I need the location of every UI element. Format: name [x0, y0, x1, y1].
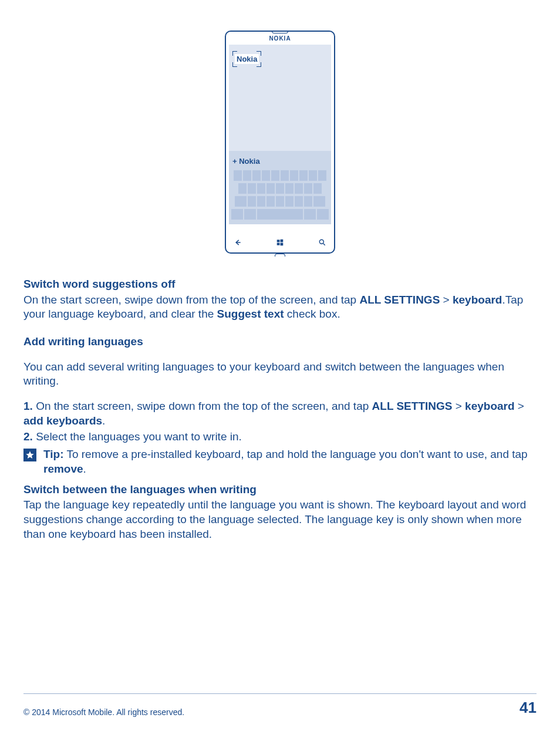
- document-body: Switch word suggestions off On the start…: [23, 277, 537, 541]
- svg-point-4: [319, 240, 323, 244]
- step-2: 2. Select the languages you want to writ…: [23, 430, 537, 444]
- svg-rect-3: [281, 242, 284, 245]
- windows-icon: [276, 238, 284, 248]
- para-add-languages-intro: You can add several writing languages to…: [23, 360, 537, 389]
- heading-switch-suggestions: Switch word suggestions off: [23, 277, 537, 292]
- keyboard-row-1: [231, 170, 329, 181]
- keyboard-row-3: [231, 196, 329, 207]
- phone-screen: Nokia + Nokia: [229, 45, 331, 224]
- search-icon: [318, 238, 326, 248]
- tip-text: Tip: To remove a pre-installed keyboard,…: [43, 447, 537, 476]
- phone-speaker: [272, 31, 288, 33]
- para-switch-languages: Tap the language key repeatedly until th…: [23, 498, 537, 541]
- tip-block: Tip: To remove a pre-installed keyboard,…: [23, 447, 537, 476]
- star-icon: [23, 449, 36, 461]
- svg-rect-0: [277, 240, 280, 242]
- phone-navbar: [229, 235, 331, 251]
- typed-word: Nokia: [235, 54, 259, 64]
- phone-home-notch: [275, 254, 285, 257]
- page-number: 41: [519, 699, 537, 717]
- phone-illustration: NOKIA Nokia + Nokia: [23, 31, 537, 254]
- plus-icon: +: [232, 157, 237, 166]
- svg-rect-1: [281, 239, 284, 242]
- typed-word-text: Nokia: [237, 55, 257, 63]
- para-switch-suggestions: On the start screen, swipe down from the…: [23, 293, 537, 322]
- suggestion-text: Nokia: [239, 157, 259, 166]
- keyboard: + Nokia: [229, 151, 331, 224]
- keyboard-row-4: [231, 209, 329, 220]
- svg-rect-2: [277, 242, 280, 245]
- keyboard-row-2: [231, 183, 329, 194]
- step-1: 1. On the start screen, swipe down from …: [23, 399, 537, 428]
- phone-frame: NOKIA Nokia + Nokia: [225, 31, 335, 254]
- heading-add-languages: Add writing languages: [23, 335, 537, 349]
- suggestion-row: + Nokia: [231, 153, 329, 170]
- back-icon: [234, 238, 242, 248]
- phone-brand: NOKIA: [229, 35, 331, 42]
- heading-switch-languages: Switch between the languages when writin…: [23, 483, 537, 497]
- copyright-text: © 2014 Microsoft Mobile. All rights rese…: [23, 707, 184, 717]
- page-footer: © 2014 Microsoft Mobile. All rights rese…: [23, 693, 537, 717]
